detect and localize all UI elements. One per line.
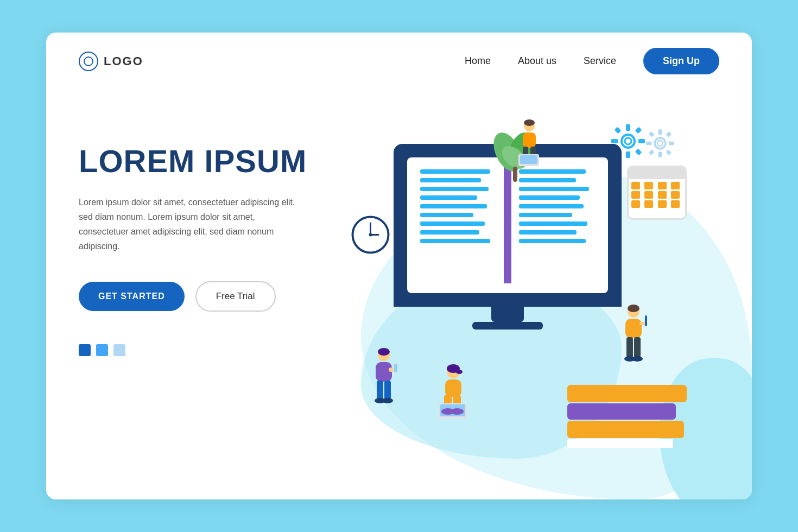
svg-rect-2 xyxy=(626,124,630,131)
book-page-left xyxy=(413,167,506,283)
svg-rect-60 xyxy=(626,337,633,358)
book-page-right xyxy=(511,167,603,283)
cal-cell xyxy=(658,182,667,189)
cal-cell xyxy=(671,200,680,208)
dot-3 xyxy=(113,344,125,356)
calendar-icon xyxy=(627,166,687,220)
logo-icon xyxy=(79,52,98,71)
book-page xyxy=(567,439,673,448)
svg-point-1 xyxy=(625,138,631,144)
svg-point-47 xyxy=(456,370,463,374)
svg-rect-15 xyxy=(669,142,674,145)
svg-point-11 xyxy=(657,141,663,146)
cal-cell xyxy=(671,191,680,199)
svg-rect-37 xyxy=(376,362,392,382)
svg-rect-42 xyxy=(384,381,391,400)
cal-cell xyxy=(631,191,640,199)
cal-cell xyxy=(631,200,640,208)
navigation: Home About us Service Sign Up xyxy=(465,48,719,74)
svg-rect-59 xyxy=(645,315,647,326)
get-started-button[interactable]: GET STARTED xyxy=(79,282,185,311)
svg-rect-40 xyxy=(394,364,397,372)
svg-rect-9 xyxy=(635,149,642,156)
cal-cell xyxy=(644,200,653,208)
illustration-panel xyxy=(339,111,719,491)
svg-rect-57 xyxy=(625,319,642,338)
svg-rect-30 xyxy=(523,132,536,148)
cal-cell xyxy=(644,191,653,199)
person-sitting xyxy=(434,364,472,426)
svg-rect-61 xyxy=(634,337,641,358)
svg-rect-17 xyxy=(666,131,672,137)
main-card: LOGO Home About us Service Sign Up LOREM… xyxy=(46,33,752,499)
logo-text: LOGO xyxy=(104,54,143,68)
logo-area: LOGO xyxy=(79,52,143,71)
dot-1 xyxy=(79,344,91,356)
nav-home[interactable]: Home xyxy=(465,55,491,67)
dots-row xyxy=(79,344,339,356)
svg-rect-12 xyxy=(658,129,662,135)
books-stack xyxy=(567,385,687,448)
main-content: LOREM IPSUM Lorem ipsum dolor sit amet, … xyxy=(46,90,752,499)
person-standing-left xyxy=(369,348,399,415)
logo-inner-circle xyxy=(84,56,93,66)
gear-icon-2 xyxy=(644,128,676,159)
nav-about[interactable]: About us xyxy=(518,55,556,67)
svg-point-56 xyxy=(628,305,639,312)
calendar-body xyxy=(629,179,685,211)
book-spine xyxy=(506,167,511,283)
hero-description: Lorem ipsum dolor sit amet, consectetuer… xyxy=(79,195,307,254)
svg-rect-6 xyxy=(615,127,622,134)
signup-button[interactable]: Sign Up xyxy=(643,48,719,74)
svg-point-63 xyxy=(632,356,643,362)
person-laptop xyxy=(513,119,546,170)
svg-rect-16 xyxy=(649,131,655,137)
svg-point-23 xyxy=(369,233,372,237)
person-standing-right xyxy=(619,305,649,372)
svg-rect-48 xyxy=(445,379,461,397)
svg-rect-4 xyxy=(611,139,618,143)
svg-rect-3 xyxy=(626,151,630,158)
cal-cell xyxy=(658,191,667,199)
header: LOGO Home About us Service Sign Up xyxy=(46,33,752,90)
clock-icon xyxy=(350,214,391,257)
svg-point-10 xyxy=(655,138,666,149)
svg-point-36 xyxy=(378,348,390,356)
svg-rect-13 xyxy=(658,152,662,157)
monitor-stand xyxy=(491,307,524,322)
cal-cell xyxy=(631,182,640,189)
svg-rect-7 xyxy=(635,127,642,134)
button-row: GET STARTED Free Trial xyxy=(79,281,339,312)
svg-point-44 xyxy=(382,398,393,403)
dot-2 xyxy=(96,344,108,356)
monitor-base xyxy=(472,322,543,330)
book-2 xyxy=(567,403,676,420)
hero-title: LOREM IPSUM xyxy=(79,144,339,179)
nav-service[interactable]: Service xyxy=(584,55,616,67)
book-1 xyxy=(567,385,687,402)
svg-point-0 xyxy=(622,135,635,148)
book-3 xyxy=(567,421,684,438)
svg-rect-34 xyxy=(520,155,537,164)
free-trial-button[interactable]: Free Trial xyxy=(195,281,276,312)
cal-cell xyxy=(644,182,653,189)
svg-rect-18 xyxy=(649,149,655,155)
svg-point-29 xyxy=(524,119,535,126)
calendar-header xyxy=(629,167,685,179)
svg-point-54 xyxy=(451,408,464,415)
left-panel: LOREM IPSUM Lorem ipsum dolor sit amet, … xyxy=(79,111,339,356)
svg-rect-19 xyxy=(666,149,672,155)
cal-cell xyxy=(658,200,667,208)
cal-cell xyxy=(671,182,680,189)
svg-rect-41 xyxy=(377,381,383,400)
svg-rect-14 xyxy=(646,142,651,145)
